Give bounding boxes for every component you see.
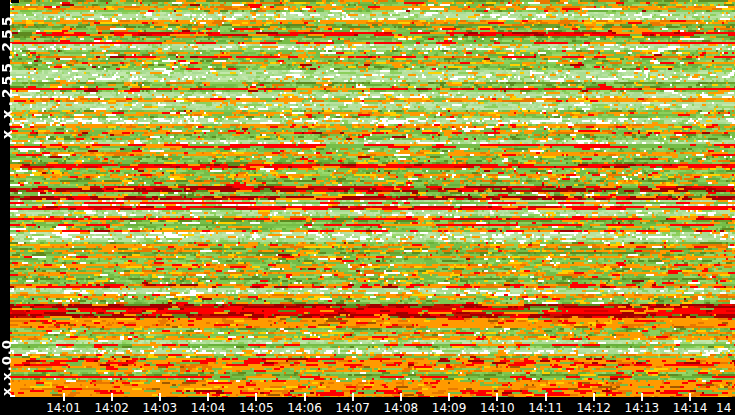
x-tick [593,393,595,401]
ip-time-traffic-heatmap: x.x.255.255 x.x.0.0 14:01 14:02 14:03 14… [0,0,735,415]
x-tick [352,393,354,401]
x-tick-label: 14:04 [191,401,226,415]
x-tick [255,393,257,401]
x-tick-label: 14:10 [480,401,515,415]
heatmap-plot-area [10,0,735,397]
x-tick-label: 14:06 [287,401,322,415]
x-tick [496,393,498,401]
x-tick [207,393,209,401]
x-tick-label: 14:01 [46,401,81,415]
y-axis-top-tick [11,0,19,3]
x-tick [641,393,643,401]
x-tick [159,393,161,401]
x-tick-label: 14:11 [528,401,563,415]
x-tick [111,393,113,401]
y-axis-max-label: x.x.255.255 [0,14,15,139]
x-tick-label-partial: 14 [716,401,731,415]
x-tick-label: 14:07 [335,401,370,415]
x-tick-label: 14:08 [384,401,419,415]
x-tick-label: 14:02 [94,401,129,415]
x-tick-label: 14:09 [432,401,467,415]
x-tick-label: 14:03 [143,401,178,415]
x-tick-label: 14:14 [673,401,708,415]
x-tick [63,393,65,401]
y-axis-min-label: x.x.0.0 [0,339,14,396]
x-tick [448,393,450,401]
x-tick [304,393,306,401]
x-tick-label: 14:05 [239,401,274,415]
y-axis-strip: x.x.255.255 x.x.0.0 [0,0,10,397]
x-tick-label: 14:12 [576,401,611,415]
x-tick [689,393,691,401]
x-tick [400,393,402,401]
x-tick-label: 14:13 [625,401,660,415]
x-tick [545,393,547,401]
